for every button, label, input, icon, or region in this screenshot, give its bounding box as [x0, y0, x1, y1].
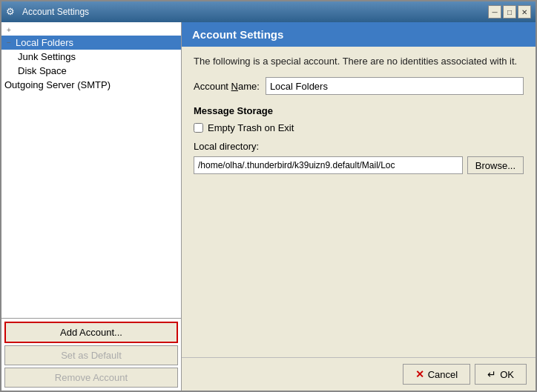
sidebar-item-account-root[interactable]: + — [1, 24, 181, 36]
panel-body: The following is a special account. Ther… — [182, 47, 536, 357]
sidebar-item-outgoing-server[interactable]: Outgoing Server (SMTP) — [1, 78, 181, 92]
cancel-label: Cancel — [428, 369, 458, 380]
sidebar-item-label-junk-settings: Junk Settings — [18, 51, 76, 62]
sidebar-item-disk-space[interactable]: Disk Space — [1, 64, 181, 78]
panel-header: Account Settings — [182, 22, 536, 47]
ok-button[interactable]: ↵ OK — [475, 364, 527, 385]
ok-icon: ↵ — [487, 368, 496, 380]
account-name-row: Account Name: — [194, 77, 524, 95]
sidebar: + − Local Folders Junk Settings Disk Spa… — [1, 22, 182, 391]
footer: ✕ Cancel ↵ OK — [182, 357, 536, 391]
window-title: Account Settings — [22, 7, 484, 17]
main-content: + − Local Folders Junk Settings Disk Spa… — [1, 22, 536, 391]
panel-description: The following is a special account. Ther… — [194, 56, 524, 67]
add-account-button[interactable]: Add Account... — [4, 322, 178, 343]
window-icon: ⚙ — [6, 6, 18, 18]
sidebar-item-junk-settings[interactable]: Junk Settings — [1, 50, 181, 64]
remove-account-button[interactable]: Remove Account — [4, 368, 178, 388]
local-directory-input[interactable] — [194, 156, 463, 174]
sidebar-buttons: Add Account... Set as Default Remove Acc… — [1, 318, 181, 391]
sidebar-item-label-disk-space: Disk Space — [18, 65, 67, 76]
empty-trash-checkbox[interactable] — [194, 123, 203, 133]
local-directory-row: Browse... — [194, 156, 524, 174]
cancel-button[interactable]: ✕ Cancel — [403, 364, 470, 385]
maximize-button[interactable]: □ — [503, 5, 516, 19]
sidebar-item-local-folders[interactable]: − Local Folders — [1, 36, 181, 50]
sidebar-item-label-local-folders: Local Folders — [16, 37, 73, 48]
sidebar-item-label-outgoing-server: Outgoing Server (SMTP) — [4, 79, 111, 90]
account-name-label: Account Name: — [194, 81, 260, 92]
account-settings-window: ⚙ Account Settings ─ □ ✕ + − Local Folde… — [0, 0, 537, 392]
right-panel: Account Settings The following is a spec… — [182, 22, 536, 391]
account-name-input[interactable] — [266, 77, 524, 95]
sidebar-tree: + − Local Folders Junk Settings Disk Spa… — [1, 22, 181, 318]
expand-icon-local-folders: − — [4, 39, 13, 47]
empty-trash-label: Empty Trash on Exit — [208, 122, 294, 133]
message-storage-title: Message Storage — [194, 105, 524, 116]
ok-label: OK — [500, 369, 514, 380]
close-button[interactable]: ✕ — [518, 5, 531, 19]
empty-trash-row: Empty Trash on Exit — [194, 122, 524, 133]
titlebar: ⚙ Account Settings ─ □ ✕ — [1, 1, 536, 22]
set-default-button[interactable]: Set as Default — [4, 345, 178, 365]
expand-icon-root: + — [4, 25, 13, 34]
minimize-button[interactable]: ─ — [488, 5, 501, 19]
titlebar-buttons: ─ □ ✕ — [488, 5, 531, 19]
browse-button[interactable]: Browse... — [467, 156, 524, 174]
local-directory-label: Local directory: — [194, 141, 524, 152]
cancel-icon: ✕ — [415, 368, 424, 380]
